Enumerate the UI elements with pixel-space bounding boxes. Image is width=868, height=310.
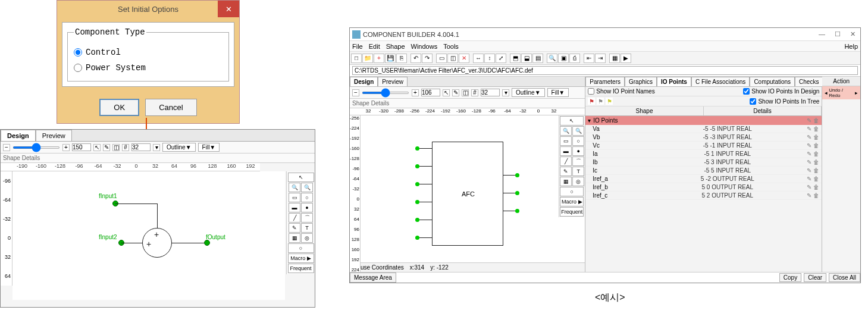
frequent-button[interactable]: Frequent: [288, 264, 314, 273]
zoom-slider[interactable]: [362, 92, 409, 94]
tab-parameters[interactable]: Parameters: [585, 77, 625, 86]
cancel-button[interactable]: Cancel: [145, 99, 196, 116]
trash-icon[interactable]: 🗑: [813, 167, 819, 174]
port-out[interactable]: [515, 173, 519, 177]
line-icon[interactable]: ╱: [289, 213, 300, 223]
tab-preview[interactable]: Preview: [378, 77, 408, 86]
trash-icon[interactable]: 🗑: [813, 142, 819, 149]
pencil-icon[interactable]: ✎: [807, 159, 811, 165]
zoom-input[interactable]: [72, 143, 91, 151]
radio-control[interactable]: Control: [74, 48, 223, 57]
tool-select-icon[interactable]: ▭: [436, 54, 447, 63]
pencil-icon[interactable]: ✎: [560, 167, 572, 176]
tool-arrow-icon[interactable]: ↖: [443, 89, 450, 96]
flag-red-icon[interactable]: ⚑: [588, 98, 595, 105]
zoom-out-icon[interactable]: −: [352, 89, 359, 96]
tab-graphics[interactable]: Graphics: [625, 77, 657, 86]
other-icon[interactable]: ◎: [572, 177, 584, 186]
trash-icon[interactable]: 🗑: [813, 176, 819, 182]
trash-icon[interactable]: 🗑: [813, 151, 819, 157]
tab-design[interactable]: Design: [350, 77, 378, 86]
checkbox-show-io-tree[interactable]: [750, 98, 756, 105]
circle-icon[interactable]: ○: [301, 193, 313, 202]
tab-io-points[interactable]: IO Points: [657, 77, 691, 86]
menu-windows[interactable]: Windows: [411, 43, 438, 50]
fill-dropdown[interactable]: Fill▼: [198, 143, 220, 152]
tool-undo-icon[interactable]: ↶: [411, 54, 421, 63]
arc-icon[interactable]: ⌒: [301, 213, 313, 223]
text-icon[interactable]: T: [572, 167, 584, 176]
port-in[interactable]: [415, 164, 419, 168]
zoom-out-icon[interactable]: 🔍: [572, 126, 584, 136]
minimize-button[interactable]: —: [816, 30, 828, 38]
pencil-icon[interactable]: ✎: [807, 192, 811, 199]
port-out[interactable]: [515, 191, 519, 195]
tool-save-icon[interactable]: 💾: [385, 54, 396, 63]
io-row[interactable]: Ic-5 5 INPUT REAL✎🗑: [585, 167, 822, 175]
menu-help[interactable]: Help: [844, 43, 858, 50]
message-tab[interactable]: Message Area: [350, 273, 396, 283]
pencil-icon[interactable]: ✎: [807, 176, 811, 182]
close-button[interactable]: ✕: [848, 30, 858, 38]
tool-zoomfit-icon[interactable]: ▣: [558, 54, 569, 63]
filled-circle-icon[interactable]: ●: [301, 203, 313, 212]
palette-cursor-icon[interactable]: ↖: [288, 173, 314, 182]
tool-run-icon[interactable]: ▶: [621, 54, 631, 63]
undo-redo-row[interactable]: ◂ Undo / Redo ▸: [822, 86, 860, 99]
tool-arrow-icon[interactable]: ↖: [93, 144, 101, 151]
ok-button[interactable]: OK: [99, 99, 139, 116]
io-row[interactable]: Iref_c5 2 OUTPUT REAL✎🗑: [585, 192, 822, 200]
port-in[interactable]: [415, 236, 419, 240]
rect-icon[interactable]: ▭: [560, 136, 572, 146]
tool-delete-icon[interactable]: ✕: [459, 54, 469, 63]
radio-power-input[interactable]: [74, 64, 82, 72]
io-group-header[interactable]: ▾ IO Points ✎🗑: [585, 116, 822, 125]
other-icon[interactable]: ◎: [301, 233, 313, 243]
zoom-in-icon[interactable]: 🔍: [560, 126, 572, 136]
clear-button[interactable]: Clear: [804, 273, 826, 282]
menu-tools[interactable]: Tools: [443, 43, 459, 50]
port-in[interactable]: [415, 200, 419, 204]
tab-checks[interactable]: Checks: [795, 77, 823, 86]
close-all-button[interactable]: Close All: [829, 273, 860, 282]
trash-icon[interactable]: 🗑: [813, 134, 819, 140]
macro-button[interactable]: Macro ▶: [288, 253, 314, 263]
pencil-icon[interactable]: ✎: [807, 167, 811, 174]
port-out[interactable]: [515, 209, 519, 213]
pencil-icon[interactable]: ✎: [807, 142, 811, 149]
pencil-icon[interactable]: ✎: [807, 134, 811, 140]
zoom-in-icon[interactable]: +: [62, 144, 70, 151]
snap-input[interactable]: [481, 89, 500, 96]
io-row[interactable]: Iref_a5 -2 OUTPUT REAL✎🗑: [585, 175, 822, 183]
tool-crop-icon[interactable]: ◫: [112, 144, 120, 151]
io-row[interactable]: Ia-5 1 INPUT REAL✎🗑: [585, 150, 822, 158]
io-row[interactable]: Va-5 -5 INPUT REAL✎🗑: [585, 125, 822, 133]
tool-grid-icon[interactable]: #: [122, 144, 129, 151]
tool-layout-icon[interactable]: ◫: [447, 54, 458, 63]
checkbox-show-io-design[interactable]: [743, 88, 750, 95]
pencil-icon[interactable]: ✎: [807, 117, 811, 124]
snap-input[interactable]: [131, 143, 151, 151]
tool-align-icon[interactable]: ▤: [532, 54, 543, 63]
rect-icon[interactable]: ▭: [289, 193, 300, 202]
flag-gray-icon[interactable]: ⚑: [597, 98, 604, 105]
close-button[interactable]: ✕: [218, 1, 239, 17]
pencil-icon[interactable]: ✎: [289, 223, 300, 233]
arc-icon[interactable]: ⌒: [572, 156, 584, 166]
menu-edit[interactable]: Edit: [369, 43, 380, 50]
trash-icon[interactable]: 🗑: [813, 192, 819, 199]
tab-c-file[interactable]: C File Associations: [691, 77, 750, 86]
tab-design[interactable]: Design: [1, 130, 36, 141]
circle-tool-icon[interactable]: ○: [560, 187, 584, 196]
port-in[interactable]: [415, 182, 419, 186]
circle-icon[interactable]: ○: [572, 136, 584, 146]
tool-pencil-icon[interactable]: ✎: [103, 144, 110, 151]
line-icon[interactable]: ╱: [560, 156, 572, 166]
fill-dropdown[interactable]: Fill▼: [547, 88, 569, 97]
maximize-button[interactable]: ☐: [832, 30, 843, 38]
grid-icon[interactable]: ▦: [289, 233, 300, 243]
tool-grid-icon[interactable]: #: [471, 89, 478, 96]
filled-rect-icon[interactable]: ▬: [289, 203, 300, 212]
tool-compile-icon[interactable]: ▦: [609, 54, 620, 63]
io-row[interactable]: Iref_b5 0 OUTPUT REAL✎🗑: [585, 183, 822, 192]
